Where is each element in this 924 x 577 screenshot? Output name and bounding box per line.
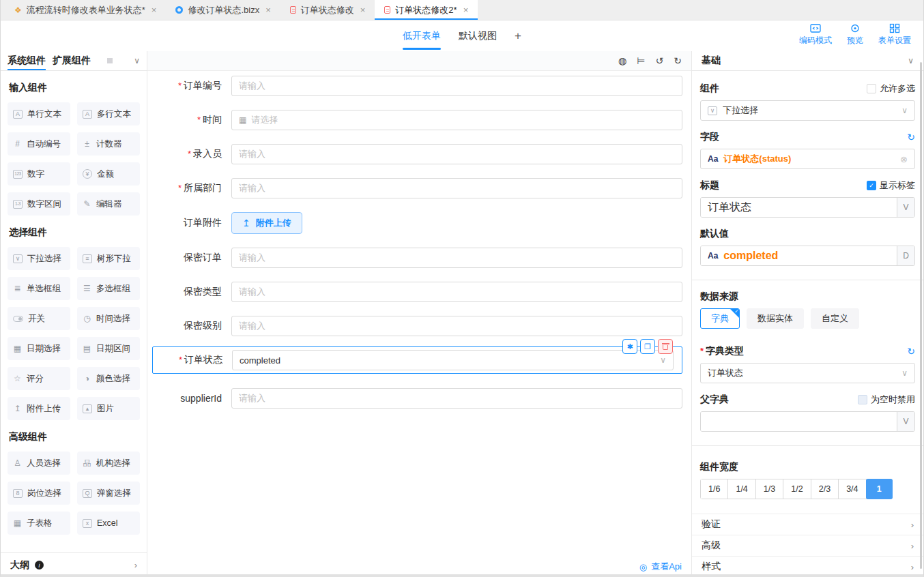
panel-toggle-icon[interactable] bbox=[107, 58, 113, 63]
form-field-row[interactable]: 保密订单请输入 bbox=[152, 248, 682, 268]
show-label-checkbox[interactable]: ✓ 显示标签 bbox=[867, 179, 915, 192]
file-tab[interactable]: 订单状态修改× bbox=[280, 0, 375, 20]
text-input[interactable]: 请输入 bbox=[231, 144, 682, 164]
field-binding-input[interactable]: Aa 订单状态(status) ⊗ bbox=[700, 149, 915, 169]
view-tab[interactable]: 默认视图 bbox=[459, 20, 497, 51]
form-field-row[interactable]: 订单附件↥附件上传 bbox=[152, 212, 682, 234]
outline-icon[interactable]: ⊨ bbox=[637, 56, 645, 65]
sidebar-tab-system-components[interactable]: 系统组件 bbox=[8, 51, 46, 70]
inspector-header[interactable]: 基础 ∨ bbox=[692, 51, 923, 71]
component-item[interactable]: 123数字 bbox=[8, 162, 70, 186]
component-item[interactable]: ▤日期区间 bbox=[77, 337, 140, 360]
parent-dict-input[interactable]: V bbox=[700, 411, 915, 432]
date-input[interactable]: ▦请选择 bbox=[231, 110, 682, 130]
width-option[interactable]: 1/3 bbox=[756, 479, 783, 499]
datasource-option[interactable]: 自定义 bbox=[811, 308, 859, 329]
title-input[interactable]: 订单状态 V bbox=[700, 197, 915, 218]
component-item[interactable]: ¥金额 bbox=[77, 162, 140, 186]
select-input[interactable]: completed∨ bbox=[232, 350, 674, 370]
width-option[interactable]: 1/4 bbox=[728, 479, 755, 499]
datasource-option[interactable]: 字典 bbox=[700, 308, 740, 329]
add-view-button[interactable]: + bbox=[515, 20, 521, 51]
dict-type-select[interactable]: 订单状态 ∨ bbox=[700, 363, 915, 383]
field-copy-button[interactable]: ❐ bbox=[640, 339, 655, 354]
form-field-row[interactable]: 保密级别请输入 bbox=[152, 316, 682, 336]
form-settings-button[interactable]: 表单设置 bbox=[878, 23, 911, 46]
chevron-right-icon[interactable]: › bbox=[134, 560, 137, 570]
component-item[interactable]: ▴图片 bbox=[77, 397, 140, 420]
attachment-upload-button[interactable]: ↥附件上传 bbox=[231, 212, 302, 234]
redo-icon[interactable]: ↻ bbox=[674, 56, 682, 65]
component-item[interactable]: 品机构选择 bbox=[77, 452, 140, 475]
inspector-section[interactable]: 高级› bbox=[692, 535, 923, 556]
code-mode-button[interactable]: 编码模式 bbox=[799, 23, 832, 46]
outline-footer[interactable]: 大纲 i › bbox=[1, 552, 147, 577]
component-item[interactable]: ≡树形下拉 bbox=[77, 247, 140, 270]
width-option[interactable]: 1/6 bbox=[701, 479, 728, 499]
preview-button[interactable]: 预览 bbox=[847, 23, 863, 46]
file-tab[interactable]: ❖流程流转时修改表单业务状态*× bbox=[5, 0, 166, 20]
component-item[interactable]: ☰多选框组 bbox=[77, 277, 140, 300]
undo-icon[interactable]: ↺ bbox=[656, 56, 664, 65]
component-item[interactable]: ◷时间选择 bbox=[77, 307, 140, 330]
component-item[interactable]: 开关 bbox=[8, 307, 70, 330]
text-input[interactable]: 请输入 bbox=[231, 282, 682, 302]
form-field-row[interactable]: *订单编号请输入 bbox=[152, 76, 682, 96]
component-item[interactable]: xExcel bbox=[77, 512, 140, 535]
width-option[interactable]: 3/4 bbox=[839, 479, 866, 499]
variable-button[interactable]: V bbox=[897, 198, 914, 217]
close-icon[interactable]: × bbox=[360, 5, 366, 15]
component-item[interactable]: A单行文本 bbox=[8, 102, 70, 125]
component-item[interactable]: A多行文本 bbox=[77, 102, 140, 125]
close-icon[interactable]: × bbox=[151, 5, 157, 15]
component-item[interactable]: ≣单选框组 bbox=[8, 277, 70, 300]
text-input[interactable]: 请输入 bbox=[231, 388, 682, 409]
close-icon[interactable]: × bbox=[463, 5, 469, 15]
width-option[interactable]: 1 bbox=[866, 479, 893, 499]
allow-multi-checkbox[interactable]: 允许多选 bbox=[867, 83, 915, 95]
variable-button[interactable]: V bbox=[897, 412, 914, 431]
chevron-down-icon[interactable]: ∨ bbox=[134, 56, 140, 65]
refresh-icon[interactable]: ↻ bbox=[907, 346, 915, 357]
component-item[interactable]: ♙人员选择 bbox=[8, 452, 70, 475]
text-input[interactable]: 请输入 bbox=[231, 316, 682, 336]
text-input[interactable]: 请输入 bbox=[231, 178, 682, 198]
component-item[interactable]: ◑颜色选择 bbox=[77, 367, 140, 390]
component-item[interactable]: ▦日期选择 bbox=[8, 337, 70, 360]
sidebar-tab-extension-components[interactable]: 扩展组件 bbox=[53, 51, 91, 70]
globe-icon[interactable]: ◍ bbox=[618, 56, 626, 65]
component-item[interactable]: ±计数器 bbox=[77, 132, 140, 156]
form-field-row[interactable]: *所属部门请输入 bbox=[152, 178, 682, 198]
component-item[interactable]: Q弹窗选择 bbox=[77, 482, 140, 505]
view-api-link[interactable]: ◎ 查看Api bbox=[639, 561, 682, 573]
form-field-row[interactable]: *录入员请输入 bbox=[152, 144, 682, 164]
inspector-section[interactable]: 样式› bbox=[692, 556, 923, 577]
clear-icon[interactable]: ⊗ bbox=[900, 154, 908, 164]
width-option[interactable]: 2/3 bbox=[811, 479, 839, 499]
text-input[interactable]: 请输入 bbox=[231, 248, 682, 268]
file-tab[interactable]: 订单状态修改2*× bbox=[375, 0, 478, 20]
component-item[interactable]: ☆评分 bbox=[8, 367, 70, 390]
form-field-row[interactable]: supplierId请输入 bbox=[152, 388, 682, 409]
file-tab[interactable]: 修改订单状态.bizx× bbox=[166, 0, 280, 20]
form-field-row[interactable]: *时间▦请选择 bbox=[152, 110, 682, 130]
inspector-section[interactable]: 验证› bbox=[692, 514, 923, 535]
dynamic-button[interactable]: D bbox=[897, 246, 914, 265]
view-tab[interactable]: 低开表单 bbox=[403, 20, 441, 51]
component-item[interactable]: 8岗位选择 bbox=[8, 482, 70, 505]
width-option[interactable]: 1/2 bbox=[783, 479, 811, 499]
default-value-input[interactable]: Aa completed D bbox=[700, 246, 915, 266]
component-item[interactable]: ▦子表格 bbox=[8, 512, 70, 535]
component-type-select[interactable]: ∨ 下拉选择 ∨ bbox=[700, 100, 915, 121]
component-item[interactable]: ∨下拉选择 bbox=[8, 247, 70, 270]
datasource-option[interactable]: 数据实体 bbox=[747, 308, 804, 329]
component-item[interactable]: #自动编号 bbox=[8, 132, 70, 156]
refresh-icon[interactable]: ↻ bbox=[907, 132, 915, 143]
disable-when-empty-checkbox[interactable]: 为空时禁用 bbox=[858, 394, 915, 406]
text-input[interactable]: 请输入 bbox=[231, 76, 682, 96]
close-icon[interactable]: × bbox=[265, 5, 271, 15]
field-delete-button[interactable] bbox=[658, 339, 673, 354]
component-item[interactable]: 1-3数字区间 bbox=[8, 192, 70, 216]
component-item[interactable]: ↥附件上传 bbox=[8, 397, 70, 420]
form-field-row[interactable]: 保密类型请输入 bbox=[152, 282, 682, 302]
